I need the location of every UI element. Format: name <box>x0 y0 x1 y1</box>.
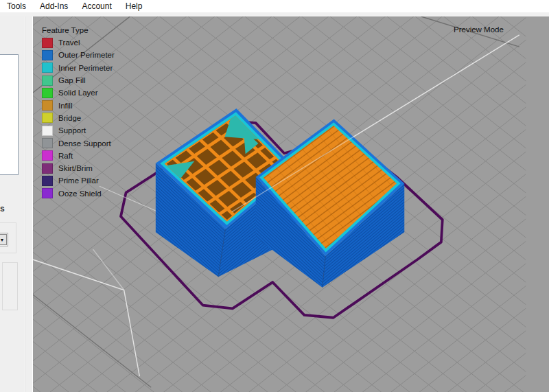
legend-label: Outer Perimeter <box>58 51 115 59</box>
legend-label: Dense Support <box>58 139 111 148</box>
legend-label: Infill <box>58 102 72 110</box>
legend-swatch <box>42 50 53 60</box>
legend-label: Raft <box>58 152 73 160</box>
legend-swatch <box>42 62 53 73</box>
legend-swatch <box>42 113 53 123</box>
legend-swatch <box>42 100 53 111</box>
legend-label: Inner Perimeter <box>58 64 113 72</box>
legend-label: Skirt/Brim <box>58 164 93 172</box>
legend-label: Support <box>58 126 86 135</box>
legend-item-travel: Travel <box>42 36 115 49</box>
chevron-down-icon[interactable]: ▼ <box>0 234 7 245</box>
feature-type-legend: Feature Type TravelOuter PerimeterInner … <box>42 26 115 200</box>
menu-item-account[interactable]: Account <box>75 1 118 12</box>
legend-item-solid-layer: Solid Layer <box>42 87 115 99</box>
left-panel: s ▼ <box>0 16 32 392</box>
legend-swatch <box>42 126 53 136</box>
legend-label: Bridge <box>58 114 81 122</box>
menu-item-help[interactable]: Help <box>119 1 150 12</box>
legend-item-inner-perimeter: Inner Perimeter <box>42 62 115 74</box>
legend-title: Feature Type <box>42 26 115 34</box>
panel-dropdown[interactable]: ▼ <box>0 233 8 246</box>
legend-swatch <box>42 150 53 161</box>
legend-swatch <box>42 138 53 148</box>
legend-label: Prime Pillar <box>58 176 99 185</box>
legend-item-dense-support: Dense Support <box>42 137 115 149</box>
legend-swatch <box>42 176 53 186</box>
process-list[interactable] <box>0 54 19 175</box>
legend-item-outer-perimeter: Outer Perimeter <box>42 49 115 61</box>
panel-groupbox <box>2 262 18 310</box>
legend-swatch <box>42 76 53 86</box>
panel-divider-shade <box>25 16 26 392</box>
legend-label: Gap Fill <box>58 76 86 84</box>
model-cube-right[interactable] <box>248 106 438 288</box>
legend-item-ooze-shield: Ooze Shield <box>42 187 115 200</box>
menu-bar: ToolsAdd-InsAccountHelp <box>0 0 549 12</box>
menu-item-add-ins[interactable]: Add-Ins <box>33 1 75 12</box>
legend-item-support: Support <box>42 124 115 137</box>
legend-item-bridge: Bridge <box>42 112 115 124</box>
legend-label: Ooze Shield <box>58 189 102 198</box>
legend-swatch <box>42 88 53 98</box>
panel-section-label: s <box>0 204 10 214</box>
legend-item-infill: Infill <box>42 99 115 111</box>
legend-swatch <box>42 38 53 48</box>
menu-item-tools[interactable]: Tools <box>7 1 33 12</box>
viewport-3d[interactable]: Feature Type TravelOuter PerimeterInner … <box>32 16 549 392</box>
legend-label: Travel <box>58 38 80 47</box>
legend-item-raft: Raft <box>42 150 115 162</box>
legend-label: Solid Layer <box>58 89 98 97</box>
preview-mode-label: Preview Mode <box>454 25 504 34</box>
legend-swatch <box>42 188 53 198</box>
legend-item-prime-pillar: Prime Pillar <box>42 174 115 187</box>
legend-item-skirt-brim: Skirt/Brim <box>42 162 115 174</box>
legend-item-gap-fill: Gap Fill <box>42 74 115 87</box>
legend-swatch <box>42 163 53 174</box>
